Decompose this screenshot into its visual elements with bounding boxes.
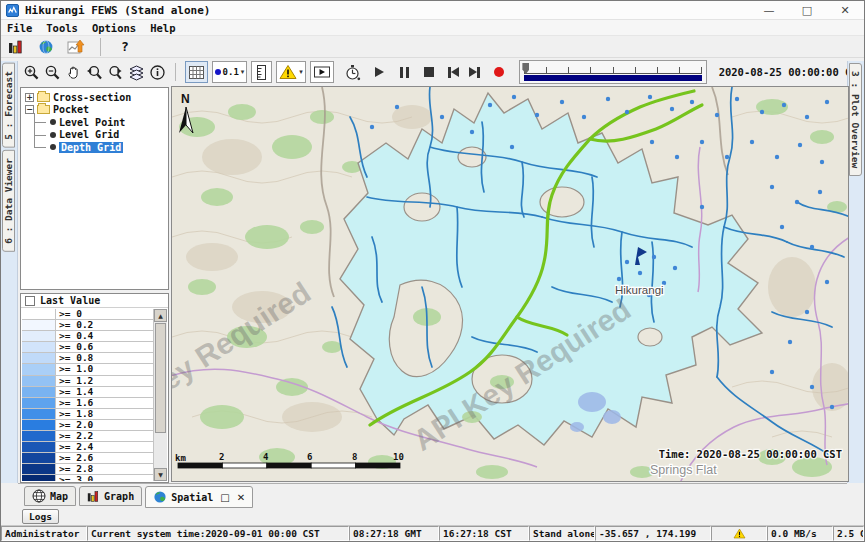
town-label-hikurangi: Hikurangi — [615, 284, 664, 296]
folder-icon — [37, 105, 50, 114]
ruler-button[interactable] — [251, 61, 272, 83]
bottom-tab-bar: Map Graph Spatial □ ✕ — [18, 483, 847, 508]
map-view[interactable]: API Key Required API Key Required N Hiku… — [171, 86, 849, 482]
tab-restore-icon[interactable]: □ — [220, 492, 229, 503]
level-point-dot — [625, 260, 629, 264]
spatial-display-icon[interactable] — [35, 36, 57, 58]
scale-tick: 2 — [219, 452, 224, 462]
map-canvas[interactable]: API Key Required API Key Required N Hiku… — [172, 87, 849, 482]
toolbar-separator — [175, 63, 176, 81]
logs-row: Logs — [18, 508, 59, 525]
scroll-down-icon[interactable]: ▼ — [154, 468, 167, 481]
menu-help[interactable]: Help — [150, 22, 175, 34]
tab-graph[interactable]: Graph — [79, 486, 142, 506]
chevron-down-icon: ▾ — [241, 68, 245, 76]
menu-file[interactable]: File — [7, 22, 32, 34]
pause-button[interactable] — [398, 61, 411, 83]
last-value-checkbox[interactable] — [25, 296, 35, 306]
level-point-dot — [770, 370, 774, 374]
contour-interval-dropdown[interactable]: 0.1 ▾ — [212, 61, 248, 83]
level-point-dot — [788, 340, 792, 344]
tree-node-cross-section[interactable]: + Cross-section — [21, 91, 168, 104]
menu-options[interactable]: Options — [92, 22, 136, 34]
warning-threshold-dropdown[interactable]: ▾ — [276, 61, 306, 83]
zoom-previous-icon[interactable] — [86, 61, 103, 83]
level-point-dot — [510, 145, 514, 149]
level-point-dot — [670, 107, 674, 111]
tree-node-label: Cross-section — [53, 92, 131, 103]
tab-close-icon[interactable]: ✕ — [237, 492, 245, 503]
legend-row-label: >= 0.4 — [56, 331, 153, 341]
level-point-dot — [805, 115, 809, 119]
stop-button[interactable] — [422, 61, 435, 83]
info-icon[interactable] — [149, 61, 166, 83]
tree-leaf-level-grid[interactable]: Level Grid — [21, 129, 168, 142]
level-point-dot — [700, 140, 704, 144]
level-point-dot — [675, 155, 679, 159]
record-button[interactable] — [493, 61, 506, 83]
zoom-out-icon[interactable] — [44, 61, 61, 83]
bullet-icon — [50, 144, 56, 150]
scrollbar-thumb[interactable] — [155, 323, 166, 433]
north-label: N — [181, 92, 190, 106]
maximize-icon[interactable]: □ — [788, 1, 826, 19]
scroll-up-icon[interactable]: ▲ — [154, 309, 167, 322]
globe-wireframe-icon — [32, 489, 46, 503]
play-button[interactable] — [373, 61, 386, 83]
pan-icon[interactable] — [65, 61, 82, 83]
help-icon[interactable]: ? — [114, 36, 136, 58]
current-time-label: 2020-08-25 00:00:00 CST — [719, 66, 864, 78]
legend-color-swatch — [22, 309, 56, 319]
tree-leaf-depth-grid[interactable]: Depth Grid — [21, 141, 168, 154]
skip-to-end-button[interactable] — [468, 61, 481, 83]
status-bar: Administrator Current system time:2020-0… — [1, 525, 864, 541]
legend-scrollbar[interactable]: ▲ ▼ — [153, 309, 167, 481]
scale-tick: 4 — [263, 452, 269, 462]
legend-color-swatch — [22, 431, 56, 441]
status-transfer-rate: 0.0 MB/s — [767, 526, 833, 541]
legend-color-swatch — [22, 420, 56, 430]
layers-panel: + Cross-section − Pocket Level Point Lev… — [18, 86, 171, 483]
animation-settings-icon[interactable] — [344, 61, 361, 83]
menu-tools[interactable]: Tools — [46, 22, 78, 34]
minimize-icon[interactable]: — — [750, 1, 788, 19]
level-point-dot — [617, 277, 621, 281]
level-point-dot — [650, 140, 654, 144]
legend-row[interactable]: >= 3.0 — [22, 475, 153, 481]
timeseries-display-icon[interactable] — [65, 36, 87, 58]
tab-spatial[interactable]: Spatial □ ✕ — [145, 486, 253, 508]
tree-node-pocket[interactable]: − Pocket — [21, 104, 168, 117]
legend-row-label: >= 2.4 — [56, 442, 153, 452]
logs-button[interactable]: Logs — [22, 509, 59, 524]
level-point-dot — [810, 245, 814, 249]
tab-plot-overview[interactable]: 3 : Plot Overview — [849, 63, 862, 176]
legend-row-label: >= 0.8 — [56, 353, 153, 363]
tab-forecast[interactable]: 5 : Forecast — [2, 63, 15, 148]
tab-spatial-label: Spatial — [171, 492, 213, 503]
tree-leaf-level-point[interactable]: Level Point — [21, 116, 168, 129]
expand-icon[interactable]: + — [25, 93, 34, 102]
close-icon[interactable]: ✕ — [826, 1, 864, 19]
tab-map[interactable]: Map — [24, 486, 76, 506]
level-point-dot — [606, 97, 610, 101]
legend-row[interactable]: >= 1.2 — [22, 376, 153, 387]
layers-icon[interactable] — [128, 61, 145, 83]
legend-color-swatch — [22, 398, 56, 408]
zoom-next-icon[interactable] — [107, 61, 124, 83]
forecast-manager-icon[interactable] — [5, 36, 27, 58]
zoom-in-icon[interactable] — [23, 61, 40, 83]
animation-button[interactable] — [310, 61, 334, 83]
legend-row[interactable]: >= 1.0 — [22, 364, 153, 375]
legend-color-swatch — [22, 475, 56, 481]
time-slider[interactable] — [519, 60, 706, 84]
status-warning-cell[interactable] — [711, 526, 767, 541]
legend-row-label: >= 0 — [56, 309, 153, 319]
collapse-icon[interactable]: − — [25, 105, 34, 114]
tab-map-label: Map — [50, 491, 68, 502]
skip-to-start-button[interactable] — [447, 61, 460, 83]
grid-display-button[interactable] — [185, 61, 208, 83]
legend-row-label: >= 0.6 — [56, 342, 153, 352]
tab-data-viewer[interactable]: 6 : Data Viewer — [2, 150, 15, 252]
level-point-dot — [582, 115, 586, 119]
legend-color-swatch — [22, 320, 56, 330]
